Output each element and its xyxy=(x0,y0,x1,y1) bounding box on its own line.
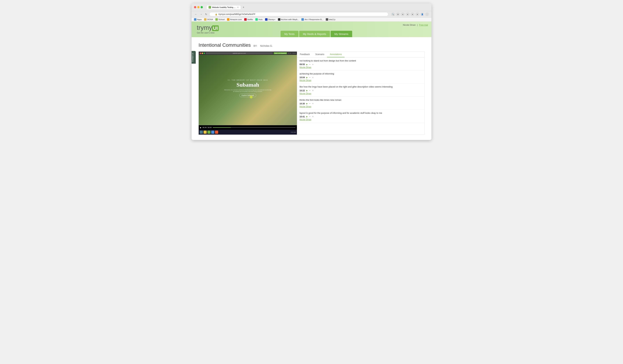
annotation-meta-5: 10:41 ▶ ✏ ✕ xyxy=(299,116,422,118)
bookmark-archive[interactable]: Archive with Wayb... xyxy=(278,18,299,21)
nav-my-streams[interactable]: My Streams xyxy=(331,31,352,37)
dosa-favicon xyxy=(204,18,206,21)
annotation-delete-3[interactable]: ✕ xyxy=(312,89,313,92)
back-button[interactable]: ← xyxy=(194,13,198,16)
annotation-time-4: 10:30 xyxy=(299,102,305,105)
annotation-item-6: does not stand out like a modern design … xyxy=(297,123,424,123)
tab-label: Website Usability Testing ... xyxy=(212,6,235,8)
tab-close-icon[interactable]: ✕ xyxy=(237,6,239,8)
netflix-favicon xyxy=(244,18,247,21)
tab-annotations[interactable]: Annotations xyxy=(327,52,345,57)
header-logo-area: trymyUI Get the user's view xyxy=(192,21,233,37)
page-content: trymyUI Get the user's view My Tests My … xyxy=(192,21,431,140)
annotation-play-5[interactable]: ▶ xyxy=(306,116,308,118)
annotation-author-2[interactable]: Nicole Dinan xyxy=(299,79,422,82)
video-time-display: 06:34 / 30:00 xyxy=(202,127,212,128)
annotation-text-4: thinks the font looks like times new rom… xyxy=(299,99,422,101)
video-mock[interactable]: III. THE MEMORY OF WHAT ONCE WAS Subamah… xyxy=(199,55,297,125)
bookmark-apps-label: Apps xyxy=(197,19,202,20)
tota-favicon xyxy=(326,18,328,21)
bookmark-ami[interactable]: Am I Responsive B... xyxy=(301,18,323,21)
annotation-author-5[interactable]: Nicole Dinan xyxy=(299,119,422,121)
annotation-delete-2[interactable]: ✕ xyxy=(312,76,313,79)
free-trial-link[interactable]: Free trial xyxy=(419,24,428,26)
new-tab-button[interactable]: + xyxy=(242,5,245,9)
annotation-play-4[interactable]: ▶ xyxy=(306,102,308,105)
annotation-item-5: layout is good for the purpose of inform… xyxy=(297,110,424,123)
bookmark-amazon[interactable]: Amazon.com xyxy=(227,18,242,21)
extension-icon-1[interactable]: ● xyxy=(401,12,405,16)
logo-tagline: Get the user's view xyxy=(197,32,228,34)
annotation-play-3[interactable]: ▶ xyxy=(306,89,308,92)
annotation-delete-4[interactable]: ✕ xyxy=(312,102,313,105)
video-annotations-container: captivate.quizroom.com/ Task 1 of 8 (Esp… xyxy=(199,51,424,135)
explore-button[interactable]: Explore Subamah xyxy=(239,94,256,97)
bookmark-netflix[interactable]: Netflix xyxy=(244,18,253,21)
video-container: captivate.quizroom.com/ Task 1 of 8 (Esp… xyxy=(199,52,297,135)
bookmark-school[interactable]: School xyxy=(215,18,224,21)
annotation-play-1[interactable]: ▶ xyxy=(306,63,308,66)
annotation-time-5: 10:41 xyxy=(299,116,305,118)
archive-favicon xyxy=(278,18,280,21)
bookmark-tota[interactable]: tota11y xyxy=(326,18,335,21)
annotation-text-2: achieving the purpose of informing xyxy=(299,72,422,75)
contact-us-tab[interactable]: Contact us xyxy=(192,51,196,64)
tab-scenario[interactable]: Scenario xyxy=(312,52,327,57)
amazon-favicon xyxy=(227,18,229,21)
main-content: Intentional Communities BY: Nicholas G. xyxy=(192,37,431,140)
annotation-edit-3[interactable]: ✏ xyxy=(309,89,311,92)
bookmark-apps[interactable]: Apps xyxy=(194,18,202,21)
traffic-lights xyxy=(194,6,203,8)
annotation-edit-2[interactable]: ✏ xyxy=(309,76,311,79)
video-progress-bar[interactable] xyxy=(213,127,295,128)
annotation-author-3[interactable]: Nicole Dinan xyxy=(299,92,422,95)
forward-button[interactable]: → xyxy=(199,13,203,16)
taskbar-time: 5:20 AM xyxy=(291,131,296,133)
bookmark-disney-label: Disney+ xyxy=(268,19,275,20)
author-name: Nicholas G. xyxy=(260,44,272,47)
tab-feedback[interactable]: Feedback xyxy=(297,52,312,57)
bookmark-hulu[interactable]: Hulu xyxy=(255,18,263,21)
star-icon[interactable]: ★ xyxy=(396,12,400,16)
bookmarks-bar: Apps DOSA School Amazon.com Netflix Hulu… xyxy=(192,18,431,21)
maximize-button[interactable] xyxy=(200,6,203,8)
taskbar-icon-2 xyxy=(203,131,207,134)
annotation-delete-1[interactable]: ✕ xyxy=(312,63,313,66)
page-title-row: Intentional Communities BY: Nicholas G. xyxy=(199,42,424,48)
video-progress-fill xyxy=(213,127,231,128)
extension-icon-2[interactable]: ● xyxy=(406,12,410,16)
nav-my-reels-reports[interactable]: My Reels & Reports xyxy=(299,31,330,37)
address-bar[interactable]: 🔒 trymyui.com/pva/IM8Sgs7eOeKwNmFP xyxy=(209,12,388,16)
extension-icon-4[interactable]: ● xyxy=(415,12,419,16)
annotation-meta-2: 10:04 ▶ ✏ ✕ xyxy=(299,76,422,79)
minimize-button[interactable] xyxy=(197,6,200,8)
bookmark-disney[interactable]: Disney+ xyxy=(265,18,275,21)
play-icon[interactable]: ▶ xyxy=(200,127,201,128)
extension-icon-3[interactable]: ● xyxy=(411,12,414,16)
annotation-delete-5[interactable]: ✕ xyxy=(312,116,313,118)
menu-icon[interactable]: ⋮ xyxy=(425,12,429,16)
lock-icon: 🔒 xyxy=(215,13,218,16)
close-button[interactable] xyxy=(194,6,196,8)
site-header: trymyUI Get the user's view My Tests My … xyxy=(192,21,431,37)
bookmark-tota-label: tota11y xyxy=(329,19,335,20)
nav-my-tests[interactable]: My Tests xyxy=(281,31,298,37)
reload-button[interactable]: ↻ xyxy=(204,13,208,16)
annotation-edit-4[interactable]: ✏ xyxy=(309,102,311,105)
active-tab[interactable]: T Website Usability Testing ... ✕ xyxy=(206,5,241,9)
logo[interactable]: trymyUI Get the user's view xyxy=(197,25,228,34)
profile-icon[interactable]: 👤 xyxy=(420,12,424,16)
annotation-edit-1[interactable]: ✏ xyxy=(309,63,311,66)
annotation-play-2[interactable]: ▶ xyxy=(306,76,308,79)
annotation-author-1[interactable]: Nicole Dinan xyxy=(299,66,422,69)
bookmark-dosa[interactable]: DOSA xyxy=(204,18,213,21)
annotation-author-4[interactable]: Nicole Dinan xyxy=(299,105,422,108)
search-icon[interactable]: 🔍 xyxy=(391,12,395,16)
bookmark-hulu-label: Hulu xyxy=(259,19,263,20)
bookmark-amazon-label: Amazon.com xyxy=(230,19,242,20)
logo-ui: UI xyxy=(212,25,219,31)
logo-text: trymyUI xyxy=(197,25,228,31)
annotation-edit-5[interactable]: ✏ xyxy=(309,116,311,118)
annotations-panel: Feedback Scenario Annotations not lookin… xyxy=(297,52,424,135)
taskbar-mock: 5:20 AM xyxy=(199,130,297,135)
